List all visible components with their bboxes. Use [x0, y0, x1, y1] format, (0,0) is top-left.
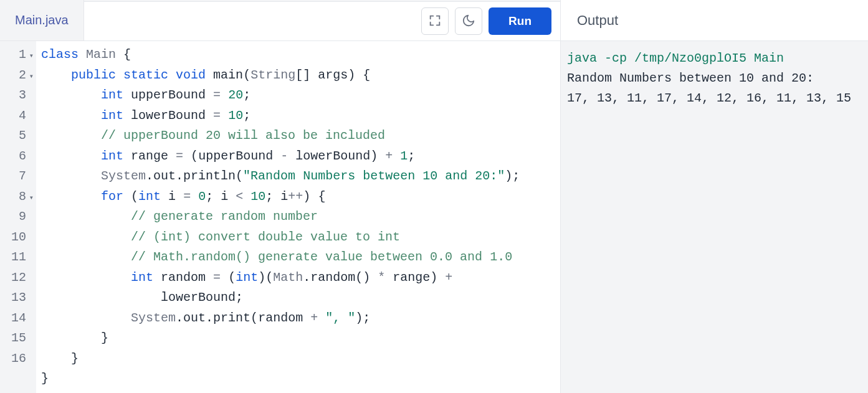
line-number: 10: [0, 227, 31, 248]
line-number: 6: [0, 146, 31, 167]
code-line: lowerBound;: [41, 288, 560, 308]
editor-pane: Main.java Run 12345: [0, 0, 561, 393]
code-line: }: [41, 369, 560, 389]
line-number: 13: [0, 288, 31, 308]
toolbar: Run: [84, 1, 560, 41]
code-line: for (int i = 0; i < 10; i++) {: [41, 187, 560, 207]
line-number: 15: [0, 328, 31, 349]
output-body: java -cp /tmp/Nzo0gplOI5 Main Random Num…: [561, 41, 868, 393]
code-line: }: [41, 349, 560, 369]
line-number: 12: [0, 268, 31, 288]
line-number: 9: [0, 207, 31, 227]
code-line: public static void main(String[] args) {: [41, 65, 560, 86]
output-text: Random Numbers between 10 and 20: 17, 13…: [567, 71, 851, 105]
code-line: int random = (int)(Math.random() * range…: [41, 268, 560, 288]
line-number: 14: [0, 308, 31, 329]
code-line: System.out.print(random + ", ");: [41, 308, 560, 329]
line-number: 2: [0, 65, 31, 86]
code-line: }: [41, 328, 560, 349]
code-line: class Main {: [41, 45, 560, 65]
line-number: 5: [0, 126, 31, 146]
line-number: 4: [0, 106, 31, 126]
line-number: 1: [0, 45, 31, 65]
run-button[interactable]: Run: [489, 7, 551, 35]
code-area[interactable]: class Main { public static void main(Str…: [36, 41, 560, 393]
code-line: // upperBound 20 will also be included: [41, 126, 560, 146]
file-tab-label: Main.java: [15, 13, 69, 27]
code-line: System.out.println("Random Numbers betwe…: [41, 166, 560, 187]
line-number: 8: [0, 187, 31, 207]
fullscreen-icon: [428, 14, 442, 29]
theme-toggle-button[interactable]: [455, 7, 482, 35]
run-button-label: Run: [508, 14, 532, 27]
line-gutter: 12345678910111213141516: [0, 41, 36, 393]
code-line: // generate random number: [41, 207, 560, 227]
code-editor[interactable]: 12345678910111213141516 class Main { pub…: [0, 41, 560, 393]
editor-header: Main.java Run: [0, 0, 560, 41]
file-tab[interactable]: Main.java: [0, 0, 84, 41]
output-title: Output: [577, 12, 618, 29]
code-line: int lowerBound = 10;: [41, 106, 560, 126]
line-number: 11: [0, 247, 31, 268]
output-header: Output: [561, 0, 868, 41]
line-number: 7: [0, 166, 31, 187]
line-number: 16: [0, 349, 31, 369]
code-line: int upperBound = 20;: [41, 85, 560, 106]
code-line: // Math.random() generate value between …: [41, 247, 560, 268]
output-pane: Output java -cp /tmp/Nzo0gplOI5 Main Ran…: [561, 0, 868, 393]
fullscreen-button[interactable]: [421, 7, 449, 35]
code-line: // (int) convert double value to int: [41, 227, 560, 248]
code-line: int range = (upperBound - lowerBound) + …: [41, 146, 560, 167]
output-command: java -cp /tmp/Nzo0gplOI5 Main: [567, 51, 784, 65]
line-number: 3: [0, 85, 31, 106]
moon-icon: [462, 14, 475, 29]
